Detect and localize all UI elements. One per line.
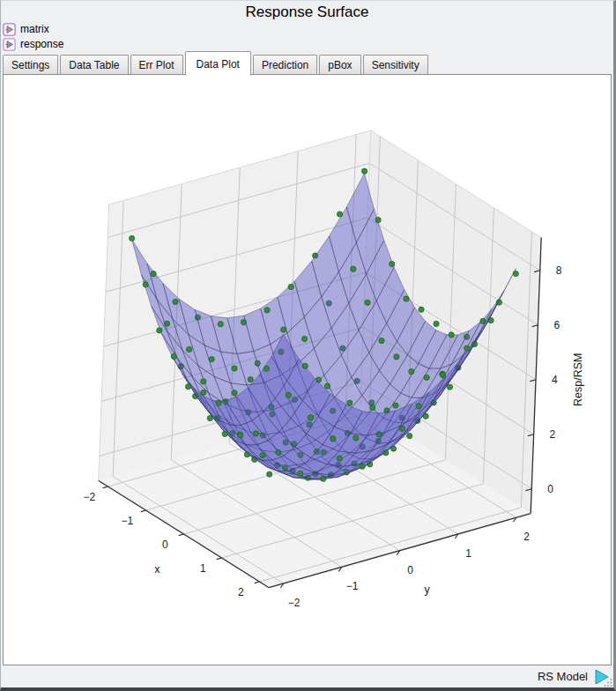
run-model-label: RS Model xyxy=(538,670,588,683)
svg-text:Resp/RSM: Resp/RSM xyxy=(572,353,584,405)
svg-text:0: 0 xyxy=(547,483,553,495)
svg-text:y: y xyxy=(425,583,431,596)
svg-text:0: 0 xyxy=(407,564,413,576)
svg-text:−2: −2 xyxy=(83,491,95,503)
data-plot-page: −2−1012x−2−1012y02468Resp/RSM xyxy=(3,74,612,665)
svg-text:−2: −2 xyxy=(288,597,301,609)
svg-text:0: 0 xyxy=(162,539,168,551)
title-bar: Response Surface xyxy=(1,1,613,22)
port-label: response xyxy=(20,38,63,50)
port-row-response[interactable]: response xyxy=(3,37,63,51)
svg-text:2: 2 xyxy=(550,428,556,441)
port-list: matrix response xyxy=(3,22,63,52)
page-title: Response Surface xyxy=(1,1,613,21)
response-surface-3d-plot[interactable]: −2−1012x−2−1012y02468Resp/RSM xyxy=(4,75,611,665)
svg-text:−1: −1 xyxy=(121,515,133,527)
tab-data-plot[interactable]: Data Plot xyxy=(185,51,251,76)
svg-text:2: 2 xyxy=(238,586,244,598)
svg-text:−1: −1 xyxy=(346,580,359,592)
svg-text:x: x xyxy=(154,563,160,576)
tab-err-plot[interactable]: Err Plot xyxy=(130,55,183,75)
svg-text:1: 1 xyxy=(465,547,471,560)
svg-text:6: 6 xyxy=(553,319,560,331)
svg-text:4: 4 xyxy=(552,374,558,386)
tab-data-table[interactable]: Data Table xyxy=(60,55,128,75)
port-arrow-icon[interactable] xyxy=(3,23,16,36)
tab-sensitivity[interactable]: Sensitivity xyxy=(363,55,428,75)
resize-grip[interactable] xyxy=(603,677,613,687)
svg-text:8: 8 xyxy=(556,264,562,277)
tab-pbox[interactable]: pBox xyxy=(319,55,360,75)
response-surface-window: Response Surface matrix response Setting… xyxy=(0,0,616,691)
tab-prediction[interactable]: Prediction xyxy=(253,55,317,75)
svg-text:2: 2 xyxy=(523,531,530,543)
status-bar: RS Model xyxy=(1,665,613,687)
port-label: matrix xyxy=(20,23,49,35)
tab-settings[interactable]: Settings xyxy=(3,55,58,75)
svg-text:1: 1 xyxy=(200,562,206,575)
port-row-matrix[interactable]: matrix xyxy=(3,22,63,36)
tab-bar: Settings Data Table Err Plot Data Plot P… xyxy=(3,50,612,75)
port-arrow-icon[interactable] xyxy=(3,38,16,51)
